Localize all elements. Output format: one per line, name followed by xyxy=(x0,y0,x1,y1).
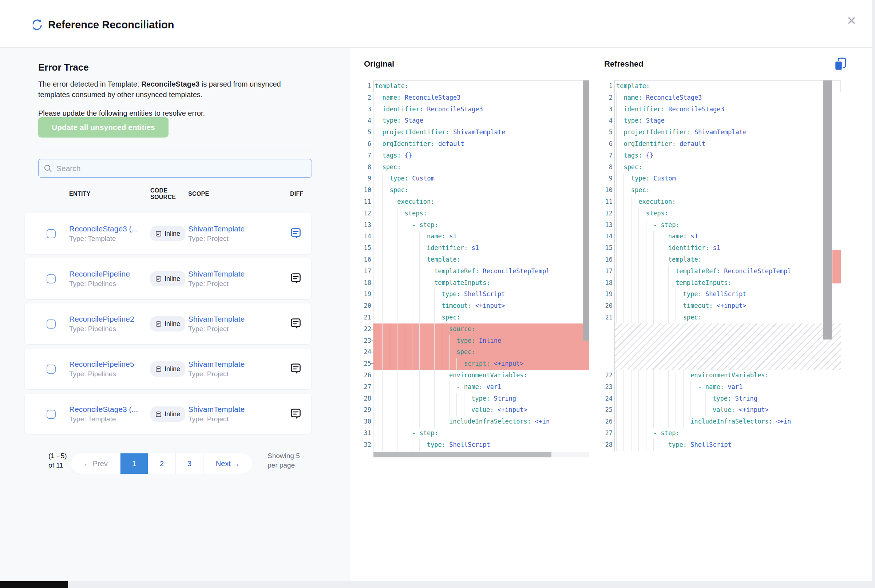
pagination-page-2[interactable]: 2 xyxy=(148,453,176,474)
original-vertical-scrollbar[interactable] xyxy=(583,80,589,340)
code-line: 23–type: Inline xyxy=(362,335,589,347)
inline-source-icon xyxy=(155,366,162,372)
line-number: 20 xyxy=(362,300,374,312)
inline-source-icon xyxy=(155,411,162,417)
modal-surface: Reference Reconciliation ✕ Error Trace T… xyxy=(0,0,872,581)
code-line: 8spec: xyxy=(603,162,841,173)
code-line: 13- step: xyxy=(362,219,589,231)
code-line: 24type: String xyxy=(603,393,841,405)
line-number: 10 xyxy=(362,184,374,196)
code-line: 7tags: {} xyxy=(603,150,841,162)
pagination-next-button[interactable]: Next → xyxy=(203,453,252,474)
line-number: 9 xyxy=(362,173,374,184)
code-line: 4type: Stage xyxy=(362,115,589,127)
entity-name-link[interactable]: ReconcileStage3 (... xyxy=(69,225,150,233)
diff-icon[interactable] xyxy=(290,363,302,375)
code-line: 9type: Custom xyxy=(362,173,589,184)
line-number: 7 xyxy=(603,150,615,162)
diff-icon[interactable] xyxy=(290,273,302,285)
page-title: Reference Reconciliation xyxy=(48,19,174,31)
code-line: 17templateRef: ReconcileStepTempl xyxy=(362,266,589,277)
code-line: 25value: <+input> xyxy=(603,404,841,416)
entity-name-link[interactable]: ReconcileStage3 (... xyxy=(69,405,150,414)
refreshed-vertical-scrollbar[interactable] xyxy=(823,80,832,339)
code-line: 10spec: xyxy=(603,184,841,196)
row-checkbox[interactable] xyxy=(47,364,56,374)
code-source-label: Inline xyxy=(165,320,180,328)
pagination-prev-button[interactable]: ← Prev xyxy=(71,453,120,474)
line-number: 17 xyxy=(603,266,615,277)
scope-type-label: Type: Project xyxy=(188,370,290,378)
scope-link[interactable]: ShivamTemplate xyxy=(188,270,290,278)
entity-type-label: Type: Pipelines xyxy=(69,370,150,378)
original-panel-title: Original xyxy=(364,59,394,69)
table-row: ReconcilePipeline2Type: PipelinesInlineS… xyxy=(25,303,311,344)
entity-type-label: Type: Template xyxy=(69,415,150,423)
column-header-diff: DIFF xyxy=(290,190,303,197)
row-checkbox[interactable] xyxy=(47,229,56,238)
scope-link[interactable]: ShivamTemplate xyxy=(188,360,290,369)
pagination-per-page-text: Showing 5 per page xyxy=(267,451,305,470)
bottom-left-bar xyxy=(0,581,68,588)
scope-type-label: Type: Project xyxy=(188,325,290,333)
line-number: 26 xyxy=(362,370,374,381)
line-number: 28 xyxy=(603,439,615,451)
code-line: 28type: String xyxy=(362,393,589,405)
pagination-page-1[interactable]: 1 xyxy=(120,453,148,474)
refreshed-panel-title: Refreshed xyxy=(604,59,644,69)
scope-link[interactable]: ShivamTemplate xyxy=(188,225,290,233)
dialog-header: Reference Reconciliation ✕ xyxy=(0,0,872,48)
entity-name-link[interactable]: ReconcilePipeline5 xyxy=(69,360,150,369)
line-number: 10 xyxy=(603,184,615,196)
code-line: 1template: xyxy=(362,80,589,92)
original-horizontal-scrollbar[interactable] xyxy=(374,452,551,458)
table-row: ReconcileStage3 (...Type: TemplateInline… xyxy=(25,213,311,254)
code-line: 31- step: xyxy=(362,428,589,439)
copy-icon[interactable] xyxy=(833,57,847,72)
scope-link[interactable]: ShivamTemplate xyxy=(188,405,290,414)
desc-template-name: ReconcileStage3 xyxy=(141,80,200,88)
diff-icon[interactable] xyxy=(290,318,302,330)
entity-name-link[interactable]: ReconcilePipeline xyxy=(69,270,150,278)
close-icon[interactable]: ✕ xyxy=(846,14,857,28)
column-header-scope: SCOPE xyxy=(188,190,290,197)
error-trace-description: The error detected in Template: Reconcil… xyxy=(38,79,293,100)
inline-source-icon xyxy=(155,321,162,327)
line-number: 11 xyxy=(603,196,615,208)
search-icon xyxy=(44,164,52,172)
entity-name-link[interactable]: ReconcilePipeline2 xyxy=(69,315,150,324)
line-number: 17 xyxy=(362,266,374,277)
scope-type-label: Type: Project xyxy=(188,235,290,243)
update-all-unsynced-button[interactable]: Update all unsynced entities xyxy=(38,117,168,138)
line-number: 32 xyxy=(362,439,374,451)
inline-source-icon xyxy=(155,231,162,237)
code-line: 10spec: xyxy=(362,184,589,196)
line-number: 3 xyxy=(603,104,615,116)
code-line: 14name: s1 xyxy=(603,231,841,242)
diff-icon[interactable] xyxy=(290,227,302,240)
row-checkbox[interactable] xyxy=(47,410,56,419)
entity-table-body: ReconcileStage3 (...Type: TemplateInline… xyxy=(25,213,311,439)
code-line: 4type: Stage xyxy=(603,115,841,127)
code-line: 18templateInputs: xyxy=(603,277,841,289)
table-row: ReconcileStage3 (...Type: TemplateInline… xyxy=(25,394,311,435)
line-number: 30 xyxy=(362,416,374,428)
code-source-badge: Inline xyxy=(150,362,185,376)
search-input[interactable] xyxy=(56,164,306,173)
code-source-label: Inline xyxy=(165,230,180,238)
line-number: 19 xyxy=(603,288,615,300)
row-checkbox[interactable] xyxy=(47,274,56,284)
code-line: 5projectIdentifier: ShivamTemplate xyxy=(603,127,841,138)
line-number: 14 xyxy=(603,231,615,242)
scope-link[interactable]: ShivamTemplate xyxy=(188,315,290,324)
line-number: 8 xyxy=(603,162,615,173)
entity-table-header: ENTITY CODE SOURCE SCOPE DIFF xyxy=(25,188,311,201)
pagination-page-3[interactable]: 3 xyxy=(176,453,203,474)
code-source-label: Inline xyxy=(165,410,180,418)
reference-reconciliation-dialog: Reference Reconciliation ✕ Error Trace T… xyxy=(0,0,875,588)
row-checkbox[interactable] xyxy=(47,320,56,328)
search-box xyxy=(38,159,312,178)
code-source-badge: Inline xyxy=(150,226,185,241)
diff-icon[interactable] xyxy=(290,408,302,421)
line-number: 25– xyxy=(362,358,374,370)
